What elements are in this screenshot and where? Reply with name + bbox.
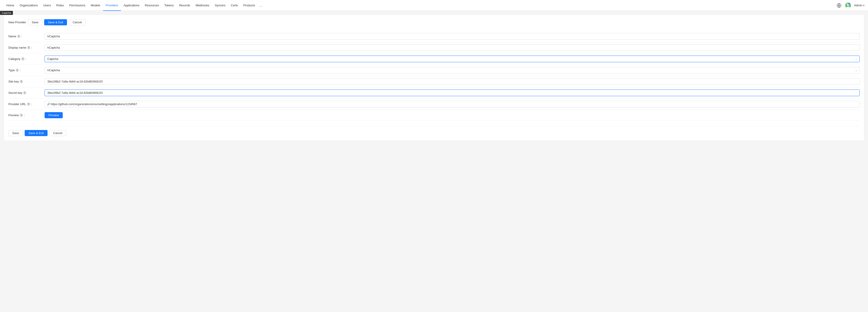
top-toolbar: New Provider Save Save & Exit Cancel [8, 19, 860, 25]
main-content: New Provider Save Save & Exit Cancel Nam… [4, 14, 864, 141]
top-navigation: HomeOrganizationsUsersRolesPermissionsMo… [0, 0, 868, 11]
type-select[interactable]: hCaptcha [44, 67, 860, 73]
secret-key-field-wrap [44, 90, 860, 96]
display-name-field-wrap [44, 44, 860, 51]
save-exit-button[interactable]: Save & Exit [44, 19, 67, 25]
type-help-icon[interactable]: ? [16, 69, 19, 72]
new-provider-label: New Provider [8, 21, 26, 24]
secret-key-help-icon[interactable]: ? [23, 91, 26, 95]
preview-help-icon[interactable]: ? [20, 114, 23, 117]
nav-item-users[interactable]: Users [40, 0, 54, 11]
preview-field-wrap: Preview [44, 112, 860, 118]
name-help-icon[interactable]: ? [17, 35, 20, 38]
provider-url-label: Provider URL ? : [8, 102, 44, 106]
provider-url-input[interactable] [44, 101, 860, 107]
site-key-label: Site key ? [8, 80, 44, 83]
type-row: Type ? : hCaptcha ⌄ [8, 65, 860, 76]
display-name-input[interactable] [44, 44, 860, 51]
name-field-wrap [44, 33, 860, 40]
category-select-wrap: Captcha ⌄ [44, 56, 860, 62]
language-icon[interactable] [836, 2, 842, 9]
nav-item-applications[interactable]: Applications [121, 0, 142, 11]
nav-item-resources[interactable]: Resources [142, 0, 162, 11]
secret-key-label: Secret key ? [8, 91, 44, 95]
provider-url-help-icon[interactable]: ? [27, 103, 30, 106]
name-input[interactable] [44, 33, 860, 40]
site-key-field-wrap [44, 78, 860, 85]
category-field-wrap: Captcha ⌄ [44, 56, 860, 62]
nav-item-syncers[interactable]: Syncers [212, 0, 228, 11]
nav-right: ✓ Admin ▾ [836, 2, 864, 9]
preview-row: Preview ? : Preview [8, 110, 860, 121]
svg-text:✓: ✓ [848, 3, 849, 4]
display-name-help-icon[interactable]: ? [27, 46, 30, 49]
bottom-save-exit-button[interactable]: Save & Exit [25, 130, 48, 136]
cancel-button[interactable]: Cancel [69, 19, 86, 25]
preview-label: Preview ? : [8, 113, 44, 117]
nav-item-organizations[interactable]: Organizations [17, 0, 40, 11]
nav-item-certs[interactable]: Certs [228, 0, 241, 11]
preview-button[interactable]: Preview [44, 112, 63, 118]
name-row: Name ? : [8, 31, 860, 42]
type-label: Type ? : [8, 69, 44, 72]
link-icon: 🔗 [47, 103, 50, 106]
user-avatar[interactable]: ✓ [845, 2, 851, 9]
nav-item-roles[interactable]: Roles [54, 0, 67, 11]
nav-item-records[interactable]: Records [176, 0, 193, 11]
admin-menu[interactable]: Admin ▾ [854, 4, 864, 7]
url-input-wrap: 🔗 [44, 101, 860, 107]
site-key-input[interactable] [44, 78, 860, 85]
captcha-tooltip: Captcha [0, 11, 13, 15]
nav-item-models[interactable]: Models [88, 0, 103, 11]
site-key-help-icon[interactable]: ? [20, 80, 23, 83]
secret-key-row: Secret key ? [8, 87, 860, 99]
bottom-save-button[interactable]: Save [8, 130, 23, 136]
provider-url-field-wrap: 🔗 [44, 101, 860, 107]
bottom-cancel-button[interactable]: Cancel [49, 130, 66, 136]
secret-key-input[interactable] [44, 90, 860, 96]
nav-item-permissions[interactable]: Permissions [67, 0, 88, 11]
nav-item-webhooks[interactable]: Webhooks [193, 0, 212, 11]
type-field-wrap: hCaptcha ⌄ [44, 67, 860, 73]
nav-item-products[interactable]: Products [241, 0, 258, 11]
name-label: Name ? : [8, 35, 44, 38]
save-button[interactable]: Save [28, 19, 42, 25]
display-name-label: Display name ? : [8, 46, 44, 49]
nav-item-home[interactable]: Home [4, 0, 17, 11]
bottom-toolbar: Save Save & Exit Cancel [8, 126, 860, 136]
provider-url-row: Provider URL ? : 🔗 [8, 99, 860, 110]
category-select[interactable]: Captcha [44, 56, 860, 62]
type-select-wrap: hCaptcha ⌄ [44, 67, 860, 73]
more-nav-button[interactable]: ... [258, 3, 264, 7]
site-key-row: Site key ? [8, 76, 860, 87]
display-name-row: Display name ? : [8, 42, 860, 54]
category-help-icon[interactable]: ? [21, 58, 25, 61]
category-row: Category ? : Captcha ⌄ [8, 54, 860, 65]
nav-item-providers[interactable]: Providers [103, 0, 121, 11]
nav-item-tokens[interactable]: Tokens [162, 0, 176, 11]
category-label: Category ? : [8, 57, 44, 61]
